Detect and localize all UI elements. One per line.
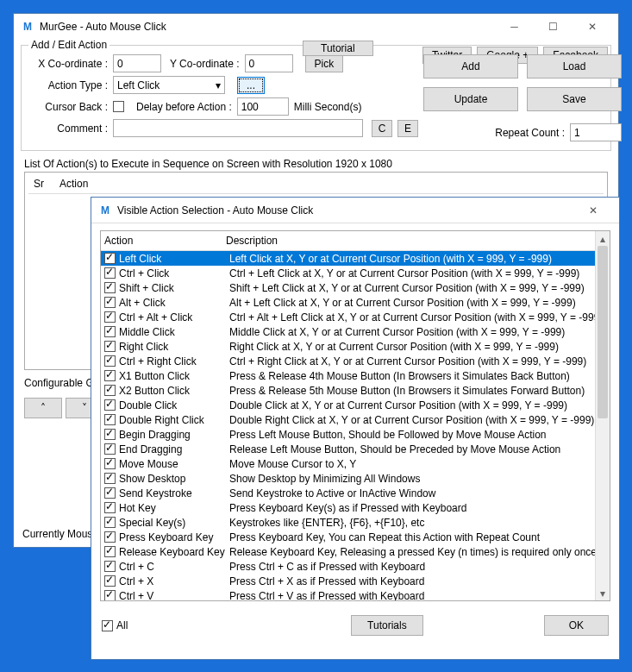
move-up-button[interactable]: ˄ bbox=[24, 398, 62, 418]
action-row[interactable]: End DraggingRelease Left Mouse Button, S… bbox=[101, 442, 595, 456]
tutorials-button[interactable]: Tutorials bbox=[351, 615, 423, 636]
scroll-thumb[interactable] bbox=[598, 246, 608, 418]
tutorial-button[interactable]: Tutorial bbox=[303, 41, 373, 56]
action-row[interactable]: Ctrl + Right ClickCtrl + Right Click at … bbox=[101, 354, 595, 368]
action-description: Press Keyboard Key(s) as if Pressed with… bbox=[229, 502, 595, 514]
delay-input[interactable] bbox=[237, 97, 289, 116]
pick-button[interactable]: Pick bbox=[305, 55, 344, 72]
browse-action-button[interactable]: ... bbox=[237, 77, 265, 94]
action-row[interactable]: Right ClickRight Click at X, Y or at Cur… bbox=[101, 339, 595, 354]
action-type-select[interactable]: Left Click ▾ bbox=[113, 76, 225, 94]
close-button[interactable]: ✕ bbox=[573, 15, 611, 39]
repeat-input[interactable] bbox=[570, 123, 622, 141]
action-row[interactable]: Double ClickDouble Click at X, Y or at C… bbox=[101, 398, 595, 412]
col-action-header[interactable]: Action bbox=[101, 235, 226, 247]
action-checkbox[interactable] bbox=[104, 458, 116, 469]
action-row[interactable]: Send KeystrokeSend Keystroke to Active o… bbox=[101, 486, 595, 500]
action-row[interactable]: Begin DraggingPress Left Mouse Button, S… bbox=[101, 427, 595, 442]
cursor-back-checkbox[interactable] bbox=[113, 101, 124, 112]
action-checkbox[interactable] bbox=[104, 502, 116, 513]
action-row[interactable]: Show DesktopShow Desktop by Minimizing A… bbox=[101, 471, 595, 486]
action-checkbox[interactable] bbox=[104, 311, 116, 323]
action-description: Double Click at X, Y or at Current Curso… bbox=[229, 399, 595, 411]
action-checkbox[interactable] bbox=[104, 487, 116, 499]
load-button[interactable]: Load bbox=[527, 54, 622, 79]
action-row[interactable]: Release Keyboard KeyRelease Keyboard Key… bbox=[101, 544, 595, 559]
action-checkbox[interactable] bbox=[104, 267, 116, 279]
action-description: Keystrokes like {ENTER}, {F6}, +{F10}, e… bbox=[229, 517, 595, 529]
e-button[interactable]: E bbox=[397, 120, 418, 137]
col-description-header[interactable]: Description bbox=[226, 235, 595, 247]
app-icon: M bbox=[98, 204, 112, 217]
action-checkbox[interactable] bbox=[104, 561, 116, 572]
dialog-title: Visible Action Selection - Auto Mouse Cl… bbox=[117, 204, 573, 217]
action-checkbox[interactable] bbox=[104, 297, 116, 308]
minimize-button[interactable]: ─ bbox=[495, 15, 534, 39]
dialog-titlebar[interactable]: M Visible Action Selection - Auto Mouse … bbox=[91, 198, 619, 223]
action-checkbox[interactable] bbox=[104, 429, 116, 440]
action-row[interactable]: Hot KeyPress Keyboard Key(s) as if Press… bbox=[101, 500, 595, 515]
dialog-close-button[interactable]: ✕ bbox=[573, 198, 612, 223]
action-checkbox[interactable] bbox=[104, 385, 116, 396]
action-row[interactable]: Move MouseMove Mouse Cursor to X, Y bbox=[101, 456, 595, 471]
action-row[interactable]: Press Keyboard KeyPress Keyboard Key, Yo… bbox=[101, 530, 595, 544]
add-button[interactable]: Add bbox=[423, 54, 518, 79]
visible-actions-list: Action Description Left ClickLeft Click … bbox=[100, 230, 610, 601]
action-name: Alt + Click bbox=[119, 297, 166, 309]
action-row[interactable]: X1 Button ClickPress & Release 4th Mouse… bbox=[101, 368, 595, 383]
y-input[interactable] bbox=[245, 54, 293, 72]
action-row[interactable]: Shift + ClickShift + Left Click at X, Y … bbox=[101, 280, 595, 295]
action-row[interactable]: Special Key(s)Keystrokes like {ENTER}, {… bbox=[101, 515, 595, 530]
scroll-down-icon[interactable]: ▾ bbox=[596, 586, 610, 600]
comment-input[interactable] bbox=[113, 119, 363, 137]
action-name: Show Desktop bbox=[119, 473, 185, 485]
c-button[interactable]: C bbox=[372, 120, 392, 137]
scroll-up-icon[interactable]: ▴ bbox=[596, 231, 610, 246]
action-checkbox[interactable] bbox=[104, 531, 116, 543]
action-row[interactable]: Ctrl + VPress Ctrl + V as if Pressed wit… bbox=[101, 588, 595, 600]
action-checkbox[interactable] bbox=[104, 575, 116, 587]
action-checkbox[interactable] bbox=[104, 341, 116, 352]
action-checkbox[interactable] bbox=[104, 399, 116, 411]
action-checkbox[interactable] bbox=[104, 253, 116, 264]
col-action[interactable]: Action bbox=[54, 176, 94, 192]
save-button[interactable]: Save bbox=[527, 87, 622, 111]
action-row[interactable]: Left ClickLeft Click at X, Y or at Curre… bbox=[101, 251, 595, 266]
action-description: Middle Click at X, Y or at Current Curso… bbox=[229, 326, 595, 338]
ok-button[interactable]: OK bbox=[544, 615, 609, 636]
scrollbar[interactable]: ▴ ▾ bbox=[595, 231, 610, 600]
all-checkbox[interactable] bbox=[102, 620, 113, 631]
action-row[interactable]: Ctrl + CPress Ctrl + C as if Pressed wit… bbox=[101, 559, 595, 574]
action-row[interactable]: Ctrl + Alt + ClickCtrl + Alt + Left Clic… bbox=[101, 310, 595, 324]
action-name: Double Right Click bbox=[119, 414, 204, 426]
x-label: X Co-ordinate : bbox=[28, 58, 108, 70]
action-checkbox[interactable] bbox=[104, 517, 116, 528]
update-button[interactable]: Update bbox=[423, 87, 518, 111]
action-row[interactable]: Ctrl + XPress Ctrl + X as if Pressed wit… bbox=[101, 574, 595, 588]
action-checkbox[interactable] bbox=[104, 546, 116, 557]
action-checkbox[interactable] bbox=[104, 473, 116, 484]
action-row[interactable]: Alt + ClickAlt + Left Click at X, Y or a… bbox=[101, 295, 595, 310]
action-row[interactable]: X2 Button ClickPress & Release 5th Mouse… bbox=[101, 383, 595, 398]
action-checkbox[interactable] bbox=[104, 355, 116, 367]
action-description: Release Keyboard Key, Releasing a presse… bbox=[229, 546, 595, 558]
action-row[interactable]: Double Right ClickDouble Right Click at … bbox=[101, 412, 595, 427]
action-description: Press Keyboard Key, You can Repeat this … bbox=[229, 531, 595, 543]
action-checkbox[interactable] bbox=[104, 370, 116, 381]
action-checkbox[interactable] bbox=[104, 414, 116, 425]
action-name: Ctrl + Right Click bbox=[119, 355, 197, 367]
action-description: Press Left Mouse Button, Should be Follo… bbox=[229, 429, 595, 441]
action-description: Right Click at X, Y or at Current Cursor… bbox=[229, 341, 595, 353]
action-checkbox[interactable] bbox=[104, 590, 116, 600]
col-sr[interactable]: Sr bbox=[28, 176, 54, 192]
list-label: List Of Action(s) to Execute in Sequence… bbox=[24, 158, 608, 170]
action-row[interactable]: Middle ClickMiddle Click at X, Y or at C… bbox=[101, 324, 595, 339]
maximize-button[interactable]: ☐ bbox=[534, 15, 573, 39]
main-titlebar[interactable]: M MurGee - Auto Mouse Click ─ ☐ ✕ bbox=[14, 14, 618, 40]
action-checkbox[interactable] bbox=[104, 443, 116, 455]
action-description: Double Right Click at X, Y or at Current… bbox=[229, 414, 595, 426]
action-row[interactable]: Ctrl + ClickCtrl + Left Click at X, Y or… bbox=[101, 266, 595, 280]
action-checkbox[interactable] bbox=[104, 282, 116, 293]
action-checkbox[interactable] bbox=[104, 326, 116, 337]
x-input[interactable] bbox=[113, 54, 161, 72]
